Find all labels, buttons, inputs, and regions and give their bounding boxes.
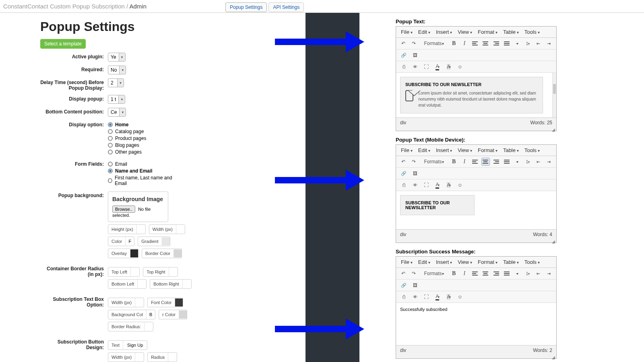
input-btn-width[interactable]: Width (px) (108, 352, 144, 362)
select-required[interactable]: No▼ (108, 66, 126, 74)
formats-dropdown[interactable]: Formats (421, 39, 448, 47)
menu-file[interactable]: File (401, 259, 413, 265)
menu-insert[interactable]: Insert (436, 259, 452, 265)
highlight-color-button[interactable] (444, 181, 453, 189)
indent-button[interactable] (545, 269, 553, 278)
menu-edit[interactable]: Edit (418, 147, 430, 153)
menu-view[interactable]: View (458, 259, 472, 265)
select-template-button[interactable]: Select a template (40, 39, 86, 49)
link-button[interactable] (399, 169, 408, 177)
radio-option[interactable]: Product pages (108, 136, 277, 141)
select-delay[interactable]: 2▼ (108, 78, 124, 87)
preview-button[interactable] (411, 63, 419, 71)
menu-view[interactable]: View (458, 29, 472, 35)
align-left-button[interactable] (471, 158, 479, 166)
menu-file[interactable]: File (401, 29, 413, 35)
radio-option[interactable]: Home (108, 122, 277, 128)
align-left-button[interactable] (471, 39, 479, 47)
menu-view[interactable]: View (458, 147, 472, 153)
input-tb-radius[interactable]: Border Radius: (108, 322, 153, 331)
tab-api-settings[interactable]: API Settings (268, 2, 304, 12)
text-color-button[interactable] (433, 181, 442, 189)
align-center-button[interactable] (481, 269, 489, 278)
italic-button[interactable] (460, 158, 469, 166)
menu-table[interactable]: Table (503, 29, 519, 35)
image-button[interactable] (411, 281, 419, 289)
menu-format[interactable]: Format (478, 29, 497, 35)
align-justify-button[interactable] (503, 158, 511, 166)
menu-format[interactable]: Format (478, 259, 497, 265)
undo-button[interactable] (399, 39, 407, 47)
link-button[interactable] (399, 51, 408, 59)
align-justify-button[interactable] (503, 39, 511, 47)
number-list-button[interactable] (524, 39, 532, 47)
input-bg-color[interactable]: ColorF (108, 237, 134, 246)
redo-button[interactable] (410, 158, 418, 166)
select-display-popup[interactable]: 1 t▼ (108, 95, 125, 104)
input-bg-overlay[interactable]: Overlay (108, 249, 138, 258)
number-list-button[interactable] (524, 158, 532, 166)
input-radius-br[interactable]: Bottom Right (150, 279, 192, 289)
emoji-button[interactable] (456, 181, 464, 189)
preview-button[interactable] (411, 293, 419, 301)
align-center-button[interactable] (481, 39, 489, 47)
input-radius-bl[interactable]: Bottom Left (108, 279, 147, 289)
radio-option[interactable]: Name and Email (108, 168, 176, 174)
menu-edit[interactable]: Edit (418, 29, 430, 35)
bold-button[interactable] (450, 269, 458, 278)
outdent-button[interactable] (535, 158, 543, 166)
print-button[interactable] (399, 293, 408, 301)
highlight-color-button[interactable] (444, 293, 453, 301)
radio-option[interactable]: Blog pages (108, 142, 277, 148)
align-left-button[interactable] (471, 269, 479, 278)
outdent-button[interactable] (535, 39, 543, 47)
image-button[interactable] (411, 51, 419, 59)
menu-tools[interactable]: Tools (524, 147, 540, 153)
align-center-button[interactable] (481, 158, 489, 166)
outdent-button[interactable] (535, 269, 543, 278)
select-bottom-pos[interactable]: Ce▼ (108, 108, 126, 117)
fullscreen-button[interactable] (422, 293, 431, 301)
input-bg-width[interactable]: Width (px) (149, 224, 185, 234)
preview-button[interactable] (411, 181, 419, 189)
radio-option[interactable]: First name, Last name and Email (108, 175, 176, 186)
tab-popup-settings[interactable]: Popup Settings (225, 2, 267, 12)
italic-button[interactable] (460, 269, 469, 278)
scrollbar[interactable] (552, 73, 556, 117)
redo-button[interactable] (410, 39, 418, 47)
input-bg-border-color[interactable]: Border Color (142, 249, 182, 258)
undo-button[interactable] (399, 269, 407, 278)
radio-option[interactable]: Catalog page (108, 129, 277, 134)
emoji-button[interactable] (456, 293, 464, 301)
menu-insert[interactable]: Insert (436, 29, 452, 35)
input-btn-radius[interactable]: Radius (147, 352, 177, 362)
print-button[interactable] (399, 181, 408, 189)
menu-tools[interactable]: Tools (524, 259, 540, 265)
input-bg-height[interactable]: Height (px) (108, 224, 146, 234)
italic-button[interactable] (460, 39, 469, 47)
redo-button[interactable] (410, 269, 418, 278)
input-tb-width[interactable]: Width (px) (108, 298, 144, 307)
editor-body[interactable]: Successfully subscribed (396, 303, 556, 345)
input-bg-gradient[interactable]: Gradient (138, 237, 170, 246)
resize-handle[interactable] (396, 355, 556, 358)
browse-button[interactable]: Browse.. (112, 206, 135, 213)
align-justify-button[interactable] (503, 269, 511, 278)
input-tb-font-color[interactable]: Font Color (147, 298, 183, 307)
input-radius-tl[interactable]: Top Left (108, 267, 140, 277)
bold-button[interactable] (450, 158, 458, 166)
align-right-button[interactable] (492, 269, 500, 278)
text-color-button[interactable] (433, 293, 442, 301)
fullscreen-button[interactable] (422, 63, 431, 71)
select-active-plugin[interactable]: Ye▼ (108, 53, 126, 62)
formats-dropdown[interactable]: Formats (421, 158, 448, 166)
editor-body[interactable]: SUBSCRIBE TO OUR NEWSLETTER Lorem ipsum … (396, 73, 556, 117)
align-right-button[interactable] (492, 39, 500, 47)
highlight-color-button[interactable] (444, 63, 453, 71)
menu-edit[interactable]: Edit (418, 259, 430, 265)
menu-table[interactable]: Table (503, 147, 519, 153)
menu-file[interactable]: File (401, 147, 413, 153)
input-btn-text[interactable]: TextSign Up (108, 340, 147, 350)
bold-button[interactable] (450, 39, 458, 47)
input-tb-border-color[interactable]: r Color (159, 310, 187, 319)
